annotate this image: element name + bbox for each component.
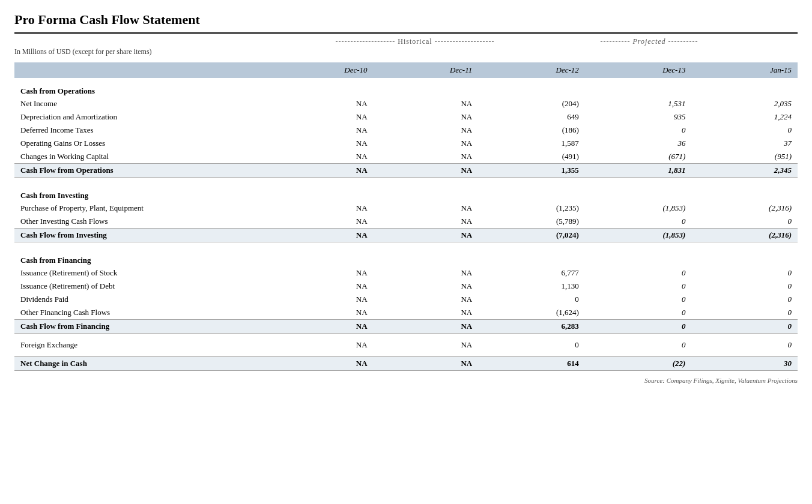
row-value: 0 — [585, 338, 692, 352]
section-header-row: Cash from Operations — [14, 78, 798, 97]
row-label: Net Change in Cash — [14, 357, 267, 371]
row-value: (5,789) — [478, 215, 585, 229]
data-row: Depreciation and AmortizationNANA6499351… — [14, 110, 798, 124]
spacer-row — [14, 242, 798, 248]
row-label: Dividends Paid — [14, 293, 267, 306]
row-label: Depreciation and Amortization — [14, 110, 267, 124]
row-value: NA — [374, 215, 479, 229]
column-header-row: Dec-10 Dec-11 Dec-12 Dec-13 Jan-15 — [14, 62, 798, 78]
spacer-row — [14, 352, 798, 357]
col-label — [14, 62, 267, 78]
row-value: 30 — [691, 357, 798, 371]
row-value: 935 — [585, 110, 692, 124]
row-value: NA — [267, 266, 374, 280]
row-label: Purchase of Property, Plant, Equipment — [14, 202, 267, 215]
row-label: Cash Flow from Investing — [14, 229, 267, 242]
data-row: Dividends PaidNANA000 — [14, 293, 798, 306]
row-value: NA — [374, 229, 479, 242]
row-value: NA — [374, 320, 479, 334]
row-value: 0 — [691, 266, 798, 280]
row-value: 0 — [585, 320, 692, 334]
row-value: 0 — [691, 124, 798, 137]
row-value: NA — [374, 150, 479, 164]
col-dec13: Dec-13 — [585, 62, 692, 78]
data-row: Purchase of Property, Plant, EquipmentNA… — [14, 202, 798, 215]
row-value: (7,024) — [478, 229, 585, 242]
section-header-row: Cash from Investing — [14, 182, 798, 202]
data-row: Issuance (Retirement) of StockNANA6,7770… — [14, 266, 798, 280]
row-value: 614 — [478, 357, 585, 371]
row-value: 0 — [585, 280, 692, 293]
row-value: 2,035 — [691, 97, 798, 110]
row-value: (204) — [478, 97, 585, 110]
row-value: NA — [267, 202, 374, 215]
row-value: 1,831 — [585, 164, 692, 178]
row-value: (671) — [585, 150, 692, 164]
row-value: NA — [267, 215, 374, 229]
row-label: Deferred Income Taxes — [14, 124, 267, 137]
row-value: 0 — [691, 338, 798, 352]
row-value: (491) — [478, 150, 585, 164]
section-header-row: Cash from Financing — [14, 247, 798, 266]
row-value: 0 — [585, 124, 692, 137]
col-dec10: Dec-10 — [267, 62, 374, 78]
row-value: 1,587 — [478, 137, 585, 150]
row-value: 1,355 — [478, 164, 585, 178]
row-value: (1,235) — [478, 202, 585, 215]
period-labels: -------------------- Historical --------… — [14, 37, 798, 46]
col-dec12: Dec-12 — [478, 62, 585, 78]
row-value: NA — [374, 306, 479, 320]
spacer-row — [14, 178, 798, 183]
row-value: NA — [267, 164, 374, 178]
row-value: NA — [374, 280, 479, 293]
row-value: NA — [267, 293, 374, 306]
spacer-row — [14, 334, 798, 339]
row-value: NA — [374, 97, 479, 110]
row-value: 37 — [691, 137, 798, 150]
row-label: Issuance (Retirement) of Debt — [14, 280, 267, 293]
row-value: NA — [267, 306, 374, 320]
subtitle: In Millions of USD (except for per share… — [14, 47, 798, 56]
row-value: NA — [374, 357, 479, 371]
row-value: 2,345 — [691, 164, 798, 178]
row-value: 0 — [585, 306, 692, 320]
row-value: 36 — [585, 137, 692, 150]
row-value: (22) — [585, 357, 692, 371]
page-title: Pro Forma Cash Flow Statement — [14, 12, 798, 28]
row-label: Cash Flow from Financing — [14, 320, 267, 334]
row-value: 0 — [585, 215, 692, 229]
row-value: (1,624) — [478, 306, 585, 320]
row-value: NA — [374, 124, 479, 137]
row-value: NA — [374, 137, 479, 150]
row-value: 0 — [585, 293, 692, 306]
data-row: Operating Gains Or LossesNANA1,5873637 — [14, 137, 798, 150]
row-value: 1,224 — [691, 110, 798, 124]
row-value: 1,531 — [585, 97, 692, 110]
row-value: (1,853) — [585, 229, 692, 242]
row-value: 0 — [691, 320, 798, 334]
row-value: NA — [267, 97, 374, 110]
row-value: NA — [267, 320, 374, 334]
row-value: 649 — [478, 110, 585, 124]
row-label: Other Investing Cash Flows — [14, 215, 267, 229]
row-value: 0 — [691, 215, 798, 229]
row-value: NA — [267, 110, 374, 124]
total-row: Net Change in CashNANA614(22)30 — [14, 357, 798, 371]
row-label: Changes in Working Capital — [14, 150, 267, 164]
data-row: Other Investing Cash FlowsNANA(5,789)00 — [14, 215, 798, 229]
row-value: NA — [374, 110, 479, 124]
row-value: NA — [374, 164, 479, 178]
data-row: Issuance (Retirement) of DebtNANA1,13000 — [14, 280, 798, 293]
row-value: 0 — [691, 280, 798, 293]
row-label: Operating Gains Or Losses — [14, 137, 267, 150]
row-value: NA — [374, 338, 479, 352]
row-label: Issuance (Retirement) of Stock — [14, 266, 267, 280]
row-value: 1,130 — [478, 280, 585, 293]
row-value: NA — [267, 338, 374, 352]
total-row: Cash Flow from InvestingNANA(7,024)(1,85… — [14, 229, 798, 242]
row-value: NA — [267, 357, 374, 371]
row-value: NA — [267, 124, 374, 137]
row-label: Other Financing Cash Flows — [14, 306, 267, 320]
row-value: NA — [267, 137, 374, 150]
source-note: Source: Company Filings, Xignite, Valuen… — [14, 377, 798, 384]
